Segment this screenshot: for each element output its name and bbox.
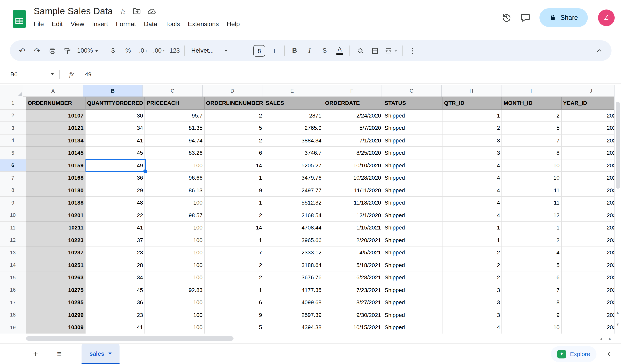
cell-H9[interactable]: 4 [443,197,502,209]
cell-C4[interactable]: 94.74 [145,134,205,147]
row-header-18[interactable]: 18 [0,309,26,321]
cell-E5[interactable]: 3746.7 [264,147,324,159]
cell-D4[interactable]: 2 [205,134,264,147]
cell-F15[interactable]: 6/28/2021 [324,271,383,284]
merge-cells-button[interactable] [382,43,400,58]
cell-C16[interactable]: 92.83 [145,284,205,296]
cell-E6[interactable]: 5205.27 [264,159,324,172]
cell-J11[interactable]: 2021 [561,222,621,234]
row-header-15[interactable]: 15 [0,271,26,284]
cell-D2[interactable]: 2 [205,109,264,122]
name-box[interactable]: B6 [0,71,59,78]
cell-B3[interactable]: 34 [86,122,145,134]
font-size-input[interactable]: 8 [253,45,265,56]
row-header-17[interactable]: 17 [0,296,26,309]
cell-B9[interactable]: 48 [86,197,145,209]
cell-G15[interactable]: Shipped [383,271,443,284]
undo-button[interactable]: ↶ [15,43,30,58]
row-header-19[interactable]: 19 [0,321,26,333]
cell-D9[interactable]: 1 [205,197,264,209]
cell-G17[interactable]: Shipped [383,296,443,309]
fill-color-button[interactable] [352,43,367,58]
column-header-C[interactable]: C [143,85,203,97]
cell-G5[interactable]: Shipped [383,147,443,159]
cell-A14[interactable]: 10251 [26,259,86,271]
cell-H10[interactable]: 4 [443,209,502,222]
menu-data[interactable]: Data [140,19,161,29]
cell-C13[interactable]: 100 [145,247,205,259]
cell-B18[interactable]: 23 [86,309,145,321]
cell-E18[interactable]: 2597.39 [264,309,324,321]
cell-E2[interactable]: 2871 [264,109,324,122]
bold-button[interactable]: B [287,43,302,58]
vertical-scrollbar-thumb[interactable] [616,102,620,189]
column-header-H[interactable]: H [442,85,501,97]
cell-I15[interactable]: 6 [502,271,562,284]
add-sheet-button[interactable]: + [28,346,44,362]
cell-G19[interactable]: Shipped [383,321,443,333]
column-header-G[interactable]: G [382,85,442,97]
text-color-button[interactable]: A [332,43,347,58]
cell-D17[interactable]: 6 [205,296,264,309]
increase-font-size-button[interactable]: + [267,43,282,58]
horizontal-scrollbar[interactable]: ◂ ▸ [0,333,621,343]
cell-H5[interactable]: 3 [443,147,502,159]
row-header-2[interactable]: 2 [0,109,26,122]
cell-I11[interactable]: 1 [502,222,562,234]
cell-E10[interactable]: 2168.54 [264,209,324,222]
explore-button[interactable]: ✦ Explore [551,346,596,362]
zoom-select[interactable]: 100% [75,43,100,58]
column-header-A[interactable]: A [23,85,83,97]
document-title[interactable]: Sample Sales Data [34,6,113,17]
cell-J14[interactable]: 2021 [561,259,621,271]
cell-A9[interactable]: 10188 [26,197,86,209]
cell-I16[interactable]: 7 [502,284,562,296]
cell-A3[interactable]: 10121 [26,122,86,134]
scroll-left-button[interactable]: ◂ [597,335,604,342]
cell-E8[interactable]: 2497.77 [264,184,324,197]
cell-E3[interactable]: 2765.9 [264,122,324,134]
cell-G11[interactable]: Shipped [383,222,443,234]
cell-C9[interactable]: 100 [145,197,205,209]
print-button[interactable] [45,43,60,58]
row-header-12[interactable]: 12 [0,234,26,247]
collapse-panel-button[interactable] [602,347,616,361]
cell-I3[interactable]: 5 [502,122,562,134]
cell-G3[interactable]: Shipped [383,122,443,134]
cell-A11[interactable]: 10211 [26,222,86,234]
menu-view[interactable]: View [67,19,88,29]
cell-F12[interactable]: 2/20/2021 [324,234,383,247]
row-header-9[interactable]: 9 [0,197,26,209]
cell-I7[interactable]: 10 [502,172,562,184]
cell-C10[interactable]: 98.57 [145,209,205,222]
cell-C14[interactable]: 100 [145,259,205,271]
cell-B4[interactable]: 41 [86,134,145,147]
cell-F16[interactable]: 7/23/2021 [324,284,383,296]
cell-B7[interactable]: 36 [86,172,145,184]
cell-J10[interactable]: 2020 [561,209,621,222]
cell-C6[interactable]: 100 [145,159,205,172]
row-header-10[interactable]: 10 [0,209,26,222]
cell-I18[interactable]: 9 [502,309,562,321]
cell-E7[interactable]: 3479.76 [264,172,324,184]
cell-E17[interactable]: 4099.68 [264,296,324,309]
cell-G2[interactable]: Shipped [383,109,443,122]
cell-J12[interactable]: 2021 [561,234,621,247]
cell-F7[interactable]: 10/28/2020 [324,172,383,184]
cell-C19[interactable]: 100 [145,321,205,333]
cell-D6[interactable]: 14 [205,159,264,172]
cell-J19[interactable]: 2021 [561,321,621,333]
row-header-6[interactable]: 6 [0,159,26,172]
column-header-F[interactable]: F [322,85,382,97]
scroll-down-button[interactable]: ▼ [615,322,620,327]
cell-G14[interactable]: Shipped [383,259,443,271]
cell-F19[interactable]: 10/15/2021 [324,321,383,333]
cell-B5[interactable]: 45 [86,147,145,159]
cell-D18[interactable]: 9 [205,309,264,321]
column-header-I[interactable]: I [501,85,561,97]
cell-H6[interactable]: 4 [443,159,502,172]
decrease-font-size-button[interactable]: − [237,43,252,58]
cell-B19[interactable]: 41 [86,321,145,333]
cell-C15[interactable]: 100 [145,271,205,284]
cell-A15[interactable]: 10263 [26,271,86,284]
